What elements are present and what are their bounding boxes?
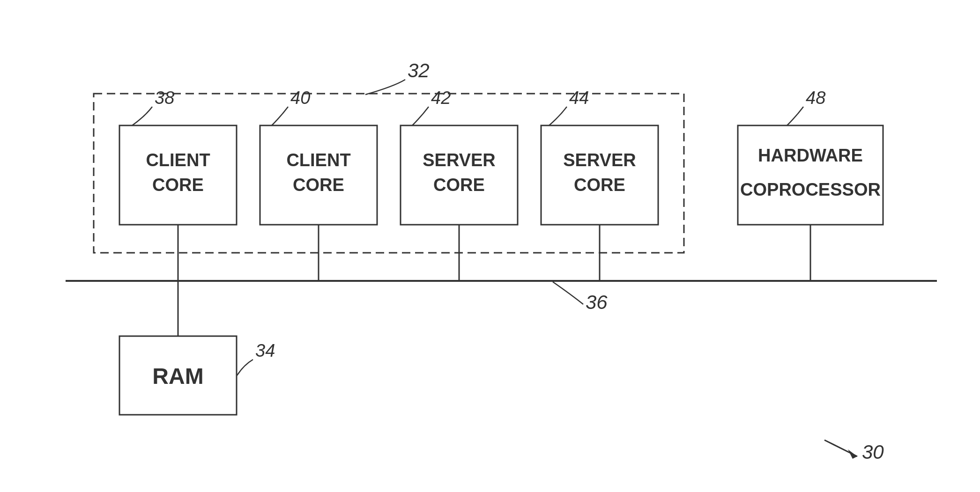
ref-34: 34 xyxy=(255,341,275,360)
client-core-1-label2: CORE xyxy=(152,175,204,195)
client-core-1-label: CLIENT xyxy=(146,150,210,170)
ref-32: 32 xyxy=(408,59,430,81)
ref-44: 44 xyxy=(569,88,589,108)
server-core-1-label: SERVER xyxy=(423,150,496,170)
hardware-coprocessor-box xyxy=(738,125,883,225)
ref-36: 36 xyxy=(586,291,608,313)
ref-42: 42 xyxy=(431,88,451,108)
ref-48: 48 xyxy=(806,88,825,108)
client-core-2-label2: CORE xyxy=(293,175,344,195)
diagram-container: 32 30 36 CLIENT CORE 38 CLIENT CORE 40 xyxy=(0,0,980,492)
ram-label: RAM xyxy=(152,364,203,389)
server-core-2-label2: CORE xyxy=(574,175,625,195)
hardware-coprocessor-label: HARDWARE xyxy=(758,146,863,165)
ref-38: 38 xyxy=(155,88,174,108)
client-core-2-label: CLIENT xyxy=(286,150,350,170)
ref-30: 30 xyxy=(862,441,884,463)
server-core-2-label: SERVER xyxy=(563,150,636,170)
svg-rect-0 xyxy=(0,0,980,492)
server-core-1-label2: CORE xyxy=(433,175,485,195)
ref-40: 40 xyxy=(290,88,310,108)
hardware-coprocessor-label2: COPROCESSOR xyxy=(740,180,881,199)
